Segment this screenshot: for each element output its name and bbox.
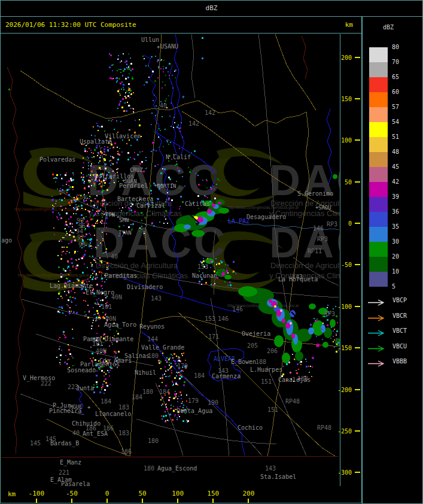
radar-echo-pixel — [91, 201, 92, 202]
radar-echo-pixel — [88, 157, 89, 159]
radar-echo-pixel — [127, 95, 129, 97]
radar-echo-pixel — [198, 184, 200, 186]
radar-echo-pixel — [165, 218, 166, 220]
radar-echo-pixel — [110, 54, 112, 56]
radar-echo-pixel — [141, 226, 142, 227]
radar-echo-pixel — [90, 277, 91, 278]
radar-echo-pixel — [283, 366, 284, 367]
radar-echo-pixel — [183, 353, 184, 354]
radar-echo-pixel — [125, 97, 127, 99]
watermark-url: http://www.contingencias.mendoza.gov.ar — [227, 205, 299, 210]
radar-echo-pixel — [84, 229, 86, 230]
radar-echo-pixel — [68, 344, 69, 345]
radar-echo-pixel — [134, 152, 135, 153]
map-route-label: RP3 — [327, 221, 337, 227]
radar-echo-pixel — [308, 366, 309, 367]
radar-echo-pixel — [69, 186, 71, 188]
radar-echo-pixel — [99, 304, 100, 305]
map-route-label: 143 — [218, 368, 229, 374]
radar-echo-pixel — [130, 203, 132, 204]
x-tick-mark — [142, 499, 143, 503]
radar-echo-pixel — [77, 207, 78, 208]
radar-echo-pixel — [111, 163, 112, 164]
radar-echo-pixel — [71, 258, 72, 260]
radar-echo-pixel — [160, 399, 162, 400]
radar-echo-pixel — [181, 376, 182, 378]
radar-echo-pixel — [82, 179, 84, 181]
radar-echo-pixel — [91, 185, 92, 186]
map-place-label: Agua_Toro — [104, 321, 136, 329]
radar-echo-pixel — [127, 152, 129, 154]
map-place-label: N Calif — [166, 154, 191, 160]
radar-echo-pixel — [175, 396, 176, 397]
radar-echo-pixel — [106, 227, 107, 228]
radar-echo-pixel — [95, 180, 96, 181]
radar-echo-pixel — [61, 350, 62, 351]
x-tick-label: -50 — [66, 490, 78, 497]
radar-echo-pixel — [106, 189, 108, 191]
radar-echo-pixel — [92, 179, 93, 180]
radar-echo-pixel — [160, 172, 162, 174]
radar-echo-pixel — [109, 77, 111, 79]
radar-echo-pixel — [68, 266, 69, 268]
radar-echo-pixel — [97, 201, 99, 202]
colorbar-swatch — [369, 272, 388, 287]
radar-echo-pixel — [116, 330, 117, 332]
radar-echo-pixel — [181, 353, 182, 354]
radar-echo-pixel — [69, 296, 71, 298]
vector-arrow-icon — [367, 345, 387, 352]
radar-echo-pixel — [322, 323, 324, 324]
radar-echo-pixel — [179, 416, 180, 417]
site-marker-icon: + — [315, 204, 319, 210]
radar-echo-pixel — [186, 420, 187, 421]
colorbar-swatch — [369, 62, 388, 77]
radar-echo-pixel — [151, 193, 152, 194]
radar-echo-pixel — [71, 241, 72, 243]
radar-echo-pixel — [184, 381, 185, 383]
radar-echo-pixel — [133, 108, 134, 110]
radar-echo-pixel — [163, 68, 164, 69]
radar-echo-pixel — [98, 213, 99, 214]
radar-echo-pixel — [97, 211, 99, 212]
radar-echo-pixel — [117, 90, 119, 92]
radar-echo-pixel — [83, 182, 85, 184]
radar-echo-pixel — [59, 362, 60, 363]
map-route-label: 153 — [197, 263, 208, 270]
radar-echo-pixel — [96, 310, 98, 312]
colorbar-swatch — [369, 47, 388, 62]
radar-echo-pixel — [160, 378, 161, 379]
radar-echo-pixel — [171, 102, 172, 104]
radar-echo-pixel — [327, 324, 328, 326]
radar-echo-pixel — [86, 216, 87, 217]
radar-echo-pixel — [101, 236, 102, 238]
radar-echo-pixel — [87, 151, 88, 152]
radar-echo-pixel — [182, 136, 183, 138]
radar-echo-pixel — [101, 285, 102, 287]
radar-echo-pixel — [214, 283, 215, 284]
radar-echo-pixel — [171, 363, 172, 364]
radar-echo-pixel — [99, 160, 101, 162]
radar-echo-pixel — [104, 151, 105, 153]
radar-echo-pixel — [117, 159, 119, 160]
radar-echo-pixel — [181, 403, 182, 404]
radar-echo-pixel — [129, 210, 130, 211]
radar-echo-pixel — [176, 163, 178, 165]
radar-echo-pixel — [175, 383, 177, 385]
radar-echo-pixel — [59, 346, 60, 347]
colorbar-swatch — [369, 182, 388, 197]
radar-echo-pixel — [109, 384, 111, 385]
radar-echo-pixel — [124, 68, 126, 70]
radar-echo-pixel — [165, 129, 166, 130]
radar-echo-pixel — [93, 126, 94, 127]
radar-echo-pixel — [177, 372, 178, 374]
vector-label: VBCR — [392, 312, 407, 319]
radar-echo-pixel — [96, 123, 98, 124]
radar-echo-pixel — [96, 195, 98, 196]
radar-echo-pixel — [123, 53, 124, 54]
radar-echo-pixel — [165, 84, 166, 86]
radar-echo-pixel — [96, 371, 98, 372]
radar-echo-blob — [184, 224, 191, 229]
radar-echo-pixel — [144, 217, 146, 218]
map-route-label: 183 — [118, 404, 129, 411]
radar-echo-pixel — [172, 75, 173, 76]
